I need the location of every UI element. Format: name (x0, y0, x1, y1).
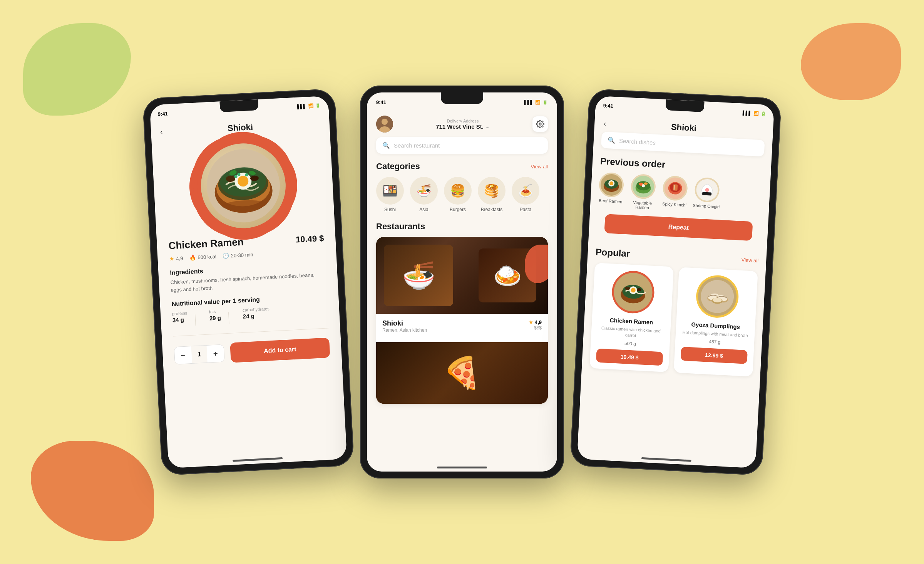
p1-fats: fats 29 g (209, 309, 221, 325)
p2-category-asia-img: 🍜 (410, 177, 438, 205)
p3-pop-card-chicken-ramen[interactable]: Chicken Ramen Classic ramen with chicken… (589, 263, 674, 372)
p2-category-burgers-label: Burgers (450, 207, 466, 212)
p3-chicken-ramen-img (613, 272, 653, 312)
p2-category-asia[interactable]: 🍜 Asia (410, 177, 438, 212)
phone-home-screen: 9:41 ▌▌▌ 📶 🔋 Delivery (367, 92, 557, 472)
p2-restaurant-card-shioki[interactable]: 🍜 🍛 Shioki Ramen, Asian kitchen ★ 4,9 (376, 237, 548, 404)
p1-plus-button[interactable]: + (206, 345, 224, 363)
p2-category-breakfasts[interactable]: 🥞 Breakfasts (478, 177, 506, 212)
p2-category-breakfasts-img: 🥞 (478, 177, 506, 205)
p3-gyoza-desc: Hot dumplings with meat and broth (682, 329, 748, 339)
bg-deco-orange-tr (801, 23, 901, 100)
p2-category-pasta-img: 🍝 (512, 177, 539, 205)
p2-restaurant-info: Shioki Ramen, Asian kitchen ★ 4,9 $$$ (376, 314, 548, 338)
p3-repeat-button[interactable]: Repeat (604, 214, 753, 241)
p2-restaurant-card-2: 🍕 (376, 342, 548, 404)
phone-orders-screen: 9:41 ▌▌▌ 📶 🔋 ‹ Shioki 🔍 Search dishes Pr… (577, 96, 775, 468)
p3-prev-beef-ramen-label: Beef Ramen (599, 198, 623, 204)
p3-popular-view-all[interactable]: View all (741, 257, 758, 263)
p3-prev-veg-ramen: Vegetable Ramen (629, 173, 658, 210)
p3-search-placeholder: Search dishes (619, 138, 656, 146)
p2-delivery-label: Delivery Address (436, 119, 490, 123)
p3-gyoza-img (697, 276, 737, 317)
p1-calories-value: 500 kcal (198, 253, 216, 260)
p3-prev-onigiri-img (694, 177, 720, 203)
p2-category-burgers[interactable]: 🍔 Burgers (444, 177, 472, 212)
svg-point-16 (382, 119, 388, 125)
p1-cart-row: − 1 + Add to cart (162, 337, 341, 366)
p3-prev-beef-ramen-img (598, 172, 624, 198)
p1-dish-price: 10.49 $ (295, 233, 324, 245)
p3-previous-order-title: Previous order (592, 155, 771, 175)
p2-restaurant-price: $$$ (529, 325, 542, 331)
p3-gyoza-price-button[interactable]: 12.99 $ (680, 347, 748, 364)
p3-prev-onigiri-label: Shrimp Onigiri (693, 203, 720, 209)
p1-time: 🕐 20-30 min (222, 251, 253, 259)
p1-qty-control: − 1 + (174, 344, 225, 365)
p1-minus-button[interactable]: − (174, 346, 192, 364)
p3-chicken-ramen-desc: Classic ramen with chicken and carrot (597, 325, 664, 341)
p2-restaurant-rating-block: ★ 4,9 $$$ (529, 319, 542, 331)
svg-rect-36 (702, 192, 711, 195)
p1-app-title: Shioki (227, 122, 253, 133)
p2-settings-button[interactable] (532, 116, 548, 132)
p3-gyoza-img-wrap (695, 274, 740, 319)
nut-sep-1 (195, 314, 196, 326)
phone-detail: 9:41 ▌▌▌ 📶 🔋 ‹ Shioki (142, 89, 355, 476)
p1-proteins: proteins 34 g (172, 311, 188, 327)
p1-status-icons: ▌▌▌ 📶 🔋 (297, 103, 321, 109)
p2-category-pasta[interactable]: 🍝 Pasta (512, 177, 539, 212)
p3-pop-card-gyoza[interactable]: Gyoza Dumplings Hot dumplings with meat … (674, 267, 758, 376)
fire-icon: 🔥 (189, 254, 196, 261)
search-icon: 🔍 (382, 142, 390, 149)
p2-category-asia-label: Asia (419, 207, 428, 212)
p3-status-icons: ▌▌▌ 📶 🔋 (743, 110, 767, 116)
phones-container: 9:41 ▌▌▌ 📶 🔋 ‹ Shioki (152, 86, 772, 478)
p2-category-sushi[interactable]: 🍱 Sushi (376, 177, 404, 212)
p2-header: Delivery Address 711 West Vine St. ⌄ (367, 112, 557, 137)
p1-dish-info: Chicken Ramen 10.49 $ ★ 4,9 🔥 500 kcal 🕐… (157, 231, 340, 327)
p1-calories: 🔥 500 kcal (189, 253, 216, 261)
clock-icon: 🕐 (222, 253, 229, 259)
p2-restaurant-details: Shioki Ramen, Asian kitchen (382, 319, 427, 333)
p2-restaurant-sub: Ramen, Asian kitchen (382, 327, 427, 333)
p1-divider (173, 328, 328, 336)
p1-time-value: 20-30 min (231, 252, 253, 258)
p1-add-to-cart-button[interactable]: Add to cart (230, 337, 330, 363)
p2-categories-view-all[interactable]: View all (531, 164, 548, 170)
p3-prev-kimchi: Spicy Kimchi (662, 175, 688, 212)
p3-prev-kimchi-label: Spicy Kimchi (662, 201, 687, 207)
p2-categories-header: Categories View all (367, 161, 557, 171)
p2-address[interactable]: 711 West Vine St. ⌄ (436, 123, 490, 130)
p3-time: 9:41 (603, 102, 613, 109)
p1-carbs-value: 24 g (243, 312, 270, 320)
p3-chicken-ramen-price-button[interactable]: 10.49 $ (596, 348, 663, 366)
p2-search-bar[interactable]: 🔍 Search restaurant (376, 137, 548, 154)
p2-restaurant-name: Shioki (382, 319, 427, 327)
p2-restaurant-rating: ★ 4,9 (529, 319, 542, 325)
p3-popular-title: Popular (595, 247, 630, 259)
p3-app-title: Shioki (671, 122, 696, 133)
phone-home: 9:41 ▌▌▌ 📶 🔋 Delivery (360, 86, 564, 478)
p3-prev-beef-ramen: Beef Ramen (598, 172, 624, 208)
p1-qty-value: 1 (191, 351, 207, 358)
svg-rect-33 (673, 184, 678, 191)
p2-restaurant-rating-value: 4,9 (535, 319, 542, 325)
p3-back-button[interactable]: ‹ (604, 119, 606, 128)
p1-proteins-label: proteins (172, 311, 187, 316)
p1-rating-value: 4,9 (176, 255, 183, 261)
svg-rect-34 (674, 185, 675, 190)
p2-restaurants-title: Restaurants (367, 222, 557, 232)
nut-sep-2 (228, 312, 229, 324)
p1-home-indicator (233, 457, 283, 462)
p2-avatar[interactable] (376, 116, 393, 133)
p2-address-block: Delivery Address 711 West Vine St. ⌄ (436, 119, 490, 130)
p3-gyoza-name: Gyoza Dumplings (691, 321, 740, 330)
p1-fats-label: fats (209, 309, 221, 314)
p1-hero (151, 131, 335, 240)
p2-notch (441, 92, 483, 104)
svg-point-18 (539, 123, 541, 125)
p2-pizza-image: 🍕 (376, 342, 548, 404)
p2-category-sushi-label: Sushi (384, 207, 396, 212)
p1-back-button[interactable]: ‹ (160, 128, 163, 136)
